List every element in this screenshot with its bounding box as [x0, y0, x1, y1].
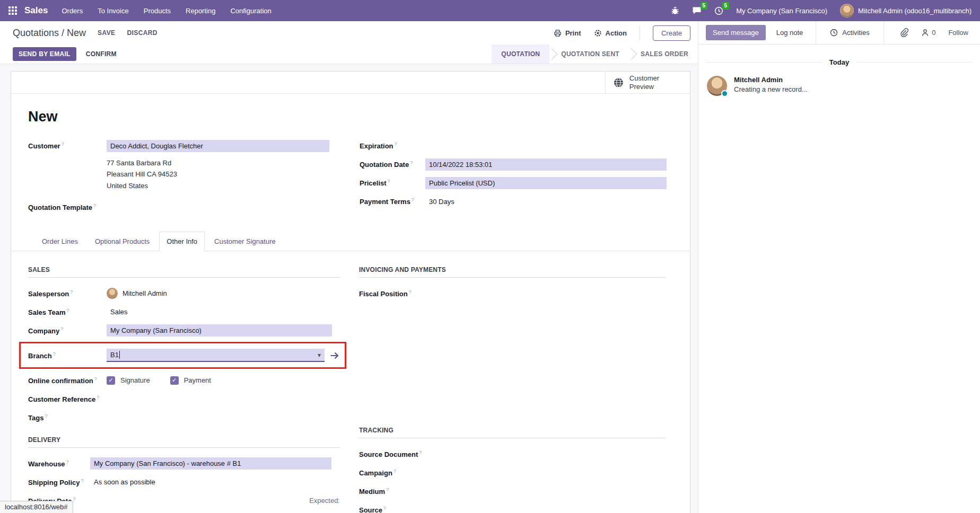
quotation-template-input[interactable] [107, 201, 338, 213]
breadcrumb[interactable]: Quotations / New [13, 28, 86, 39]
customer-input[interactable]: Deco Addict, Douglas Fletcher [107, 140, 329, 152]
salesperson-label: Salesperson? [28, 289, 107, 298]
activities-badge: 5 [722, 2, 730, 10]
customer-reference-input[interactable] [107, 393, 340, 405]
help-marker: ? [81, 478, 84, 483]
sales-team-input[interactable]: Sales [107, 308, 128, 316]
menu-orders[interactable]: Orders [62, 7, 83, 15]
log-note-button[interactable]: Log note [776, 29, 803, 37]
medium-input[interactable] [438, 485, 666, 497]
field-customer-reference: Customer Reference? [28, 392, 340, 406]
message-author[interactable]: Mitchell Admin [734, 76, 808, 84]
address-line: United States [107, 180, 338, 191]
help-marker: ? [62, 141, 64, 147]
quotation-date-input[interactable]: 10/14/2022 18:53:01 [425, 158, 667, 171]
sales-team-label: Sales Team? [28, 308, 107, 316]
payment-terms-input[interactable]: 30 Days [425, 198, 454, 206]
customer-preview-label: Customer Preview [629, 74, 682, 91]
delivery-date-input[interactable] [90, 495, 309, 507]
save-button[interactable]: SAVE [98, 29, 115, 37]
field-quotation-template: Quotation Template? [28, 200, 338, 214]
form-view-area: Customer Preview New Customer? Deco Addi… [0, 64, 698, 513]
invoicing-section-title: INVOICING AND PAYMENTS [359, 266, 666, 278]
menu-products[interactable]: Products [144, 7, 171, 15]
payment-checkbox[interactable]: ✓ [170, 376, 179, 385]
campaign-input[interactable] [438, 467, 666, 479]
user-menu[interactable]: Mitchell Admin (odoo16_multibranch) [840, 4, 972, 17]
follow-button[interactable]: Follow [948, 29, 968, 37]
field-medium: Medium? [359, 484, 666, 498]
tab-customer-signature[interactable]: Customer Signature [207, 232, 283, 251]
print-button[interactable]: Print [554, 29, 581, 37]
discard-button[interactable]: DISCARD [127, 29, 157, 37]
tags-label: Tags? [28, 413, 107, 422]
send-by-email-button[interactable]: SEND BY EMAIL [13, 47, 76, 61]
warehouse-input[interactable]: My Company (San Francisco) - warehouse #… [90, 457, 331, 470]
salesperson-input[interactable]: Mitchell Admin [122, 289, 167, 297]
tab-other-info[interactable]: Other Info [159, 232, 205, 251]
company-input[interactable]: My Company (San Francisco) [107, 324, 332, 337]
form-sheet: Customer Preview New Customer? Deco Addi… [11, 71, 690, 513]
address-line: 77 Santa Barbara Rd [107, 157, 338, 169]
warehouse-label: Warehouse? [28, 459, 90, 468]
divider [640, 26, 640, 40]
field-salesperson: Salesperson? Mitchell Admin [28, 286, 340, 300]
menu-configuration[interactable]: Configuration [230, 7, 271, 15]
step-quotation-sent[interactable]: QUOTATION SENT [552, 45, 629, 64]
activities-button[interactable]: Activities [816, 21, 883, 44]
followers-count: 0 [932, 29, 935, 37]
action-button[interactable]: Action [594, 29, 627, 37]
field-sales-team: Sales Team? Sales [28, 305, 340, 319]
record-title[interactable]: New [28, 109, 674, 125]
followers-button[interactable]: 0 [921, 29, 935, 37]
customer-preview-button[interactable]: Customer Preview [605, 72, 690, 93]
help-marker: ? [73, 497, 75, 502]
tab-order-lines[interactable]: Order Lines [34, 232, 85, 251]
tab-optional-products[interactable]: Optional Products [88, 232, 157, 251]
shipping-policy-input[interactable]: As soon as possible [90, 478, 155, 486]
send-message-button[interactable]: Send message [706, 25, 766, 40]
online-confirmation-label: Online confirmation? [28, 376, 107, 385]
help-marker: ? [412, 197, 414, 202]
help-marker: ? [97, 395, 99, 400]
debug-bug-icon[interactable] [671, 6, 679, 15]
branch-label: Branch? [28, 351, 107, 360]
tags-input[interactable] [107, 412, 340, 423]
confirm-button[interactable]: CONFIRM [86, 50, 117, 58]
app-name[interactable]: Sales [24, 5, 48, 16]
activities-clock-icon[interactable]: 5 [714, 6, 723, 15]
step-quotation[interactable]: QUOTATION [492, 45, 549, 64]
step-sales-order[interactable]: SALES ORDER [631, 45, 698, 64]
field-warehouse: Warehouse? My Company (San Francisco) - … [28, 456, 340, 471]
source-document-input[interactable] [438, 448, 666, 460]
messages-icon[interactable]: 5 [692, 6, 702, 15]
field-quotation-date: Quotation Date? 10/14/2022 18:53:01 [360, 157, 678, 172]
company-switcher[interactable]: My Company (San Francisco) [736, 7, 827, 15]
internal-link-arrow-icon[interactable] [330, 351, 339, 360]
help-marker: ? [67, 308, 69, 313]
field-company: Company? My Company (San Francisco) [28, 323, 340, 338]
attachment-button[interactable] [900, 28, 908, 37]
user-name: Mitchell Admin (odoo16_multibranch) [858, 7, 972, 15]
menu-reporting[interactable]: Reporting [186, 7, 215, 15]
pricelist-input[interactable]: Public Pricelist (USD) [425, 177, 667, 189]
expiration-input[interactable] [425, 140, 678, 152]
help-marker: ? [70, 289, 73, 295]
print-icon [554, 29, 562, 37]
fiscal-position-label: Fiscal Position? [359, 289, 438, 298]
source-document-label: Source Document? [359, 450, 438, 458]
source-input[interactable] [438, 504, 666, 513]
dropdown-caret-icon[interactable]: ▾ [318, 351, 321, 359]
signature-checkbox[interactable]: ✓ [107, 376, 115, 385]
button-box: Customer Preview [11, 72, 690, 94]
branch-input[interactable]: B1 ▾ [107, 349, 325, 362]
apps-grid-icon[interactable] [8, 6, 17, 15]
create-button[interactable]: Create [653, 25, 690, 41]
person-icon [921, 29, 929, 37]
notebook-tabs: Order Lines Optional Products Other Info… [11, 231, 690, 251]
quotation-date-label: Quotation Date? [360, 160, 425, 169]
fiscal-position-input[interactable] [438, 288, 666, 299]
menu-to-invoice[interactable]: To Invoice [98, 7, 129, 15]
tab-content-other-info: SALES Salesperson? Mitchell Admin Sales … [11, 251, 690, 513]
field-payment-terms: Payment Terms? 30 Days [360, 194, 678, 209]
